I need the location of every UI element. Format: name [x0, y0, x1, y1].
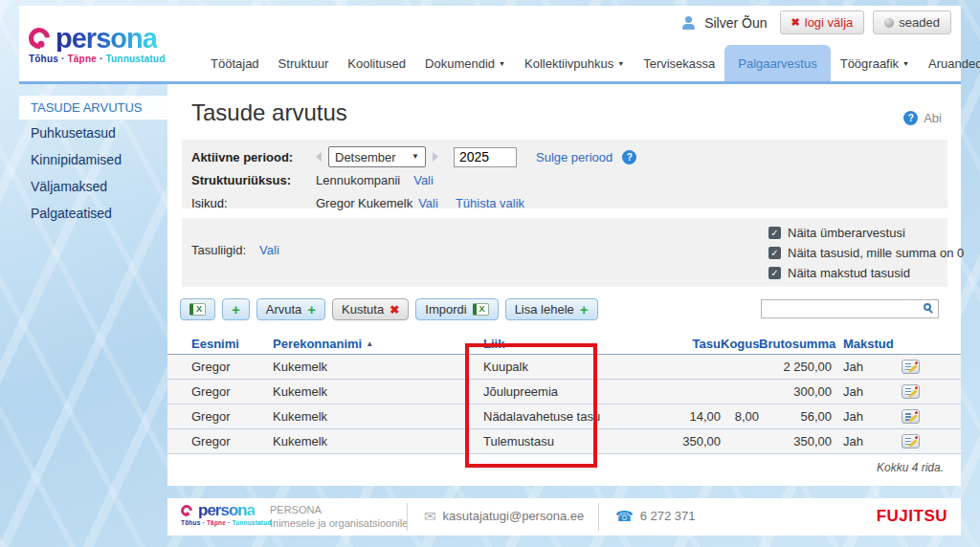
close-period-link[interactable]: Sulge periood	[536, 150, 612, 164]
impordi-button[interactable]: Impordi X	[415, 298, 498, 320]
checkbox-summa-null-label: Näita tasusid, mille summa on 0	[788, 246, 964, 260]
period-box: Aktiivne periood: Detsember ▼ Sulge peri…	[182, 140, 947, 208]
excel-icon: X	[473, 303, 489, 316]
plus-icon: +	[307, 302, 316, 317]
paytypes-choose-link[interactable]: Vali	[259, 243, 279, 257]
nav-dokumendid[interactable]: Dokumendid▼	[415, 45, 515, 81]
help-icon: ?	[903, 111, 918, 125]
footer-phone: ☎ 6 272 371	[615, 509, 696, 523]
sidebar-item-tasude-arvutus[interactable]: TASUDE ARVUTUS	[19, 96, 167, 120]
nav-aruanded[interactable]: Aruanded	[919, 45, 980, 81]
checkbox-umberarvestusi-label: Näita ümberarvestusi	[788, 226, 905, 240]
fujitsu-logo: FUJITSU	[877, 507, 947, 526]
edit-row-icon[interactable]	[902, 384, 920, 399]
persona-logo: persona Tõhus · Täpne · Tunnustatud	[29, 25, 191, 64]
period-help-icon[interactable]: ?	[622, 150, 636, 164]
nav-tootajad[interactable]: Töötajad	[201, 45, 269, 81]
add-row-button[interactable]: +	[222, 298, 250, 320]
persona-logo-icon	[25, 24, 55, 54]
chevron-down-icon: ▼	[902, 60, 909, 67]
delete-x-icon: ✖	[390, 304, 399, 316]
nav-toograafik[interactable]: Töögraafik▼	[831, 45, 919, 81]
footer-company: PERSONA Inimesele ja organisatsioonile	[270, 503, 408, 530]
excel-icon: X	[189, 303, 206, 316]
month-select-value: Detsember	[335, 150, 396, 164]
persons-label: Isikud:	[191, 196, 316, 210]
nav-koolitused[interactable]: Koolitused	[338, 45, 415, 81]
chevron-down-icon: ▼	[617, 60, 624, 67]
nav-struktuur[interactable]: Struktuur	[269, 45, 339, 81]
persona-logo-text: persona	[56, 25, 157, 52]
paytypes-label: Tasuliigid:	[191, 243, 246, 257]
checkbox-umberarvestusi[interactable]: ✓	[768, 227, 781, 239]
gear-icon	[884, 18, 894, 28]
nav-palgaarvestus[interactable]: Palgaarvestus	[724, 45, 830, 81]
table-toolbar: X + Arvuta + Kustuta ✖ Impordi X Lisa le…	[180, 298, 598, 320]
settings-button[interactable]: seaded	[873, 11, 951, 34]
arvuta-button[interactable]: Arvuta +	[256, 298, 325, 320]
col-brutosumma[interactable]: Brutosumma	[759, 337, 832, 351]
sidebar-item-palgateatised[interactable]: Palgateatised	[19, 200, 167, 227]
envelope-icon: ✉	[424, 509, 436, 523]
footer-divider	[407, 503, 408, 531]
lisa-lehele-button[interactable]: Lisa lehele +	[505, 298, 598, 320]
edit-row-icon[interactable]	[902, 434, 920, 449]
next-period-button[interactable]	[433, 152, 438, 162]
checkbox-summa-null[interactable]: ✓	[768, 247, 781, 259]
edit-row-icon[interactable]	[902, 409, 920, 424]
edit-row-icon[interactable]	[902, 360, 920, 374]
persons-clear-link[interactable]: Tühista valik	[456, 196, 524, 210]
select-arrow-icon: ▼	[412, 153, 419, 161]
col-makstud[interactable]: Makstud	[832, 337, 893, 351]
month-select[interactable]: Detsember ▼	[328, 146, 426, 167]
phone-icon: ☎	[615, 509, 634, 523]
col-tasu[interactable]: Tasu	[651, 337, 721, 351]
chevron-down-icon: ▼	[499, 60, 505, 67]
checkbox-makstud[interactable]: ✓	[768, 267, 781, 279]
top-bar: persona Tõhus · Täpne · Tunnustatud Silv…	[19, 6, 961, 84]
table-search	[761, 299, 939, 318]
user-name: Silver Õun	[704, 15, 767, 31]
main-nav: Töötajad Struktuur Koolitused Dokumendid…	[201, 45, 980, 81]
sidebar: TASUDE ARVUTUS Puhkusetasud Kinnipidamis…	[19, 84, 167, 227]
search-icon[interactable]	[924, 303, 931, 311]
search-input[interactable]	[764, 300, 917, 317]
logout-button[interactable]: ✖ logi välja	[780, 11, 865, 34]
prev-period-button[interactable]	[316, 152, 322, 162]
logout-x-icon: ✖	[791, 16, 800, 29]
sort-asc-icon: ▲	[366, 339, 373, 348]
footer-persona-logo: persona Tõhus · Täpne · Tunnustatud	[181, 503, 272, 526]
logo-tagline: Tõhus · Täpne · Tunnustatud	[29, 54, 191, 64]
sidebar-item-kinnipidamised[interactable]: Kinnipidamised	[19, 146, 167, 173]
plus-icon: +	[232, 302, 240, 317]
structure-label: Struktuuriüksus:	[191, 173, 316, 187]
options-box: Tasuliigid: Vali ✓ Näita ümberarvestusi …	[182, 218, 947, 287]
col-perekonnanimi[interactable]: Perekonnanimi ▲	[273, 337, 483, 351]
persons-choose-link[interactable]: Vali	[418, 196, 438, 210]
user-area: Silver Õun ✖ logi välja seaded	[681, 11, 951, 34]
nav-tervisekassa[interactable]: Tervisekassa	[634, 45, 724, 81]
checkbox-makstud-label: Näita makstud tasusid	[788, 266, 910, 280]
sidebar-item-valjamaksed[interactable]: Väljamaksed	[19, 173, 167, 200]
export-excel-button[interactable]: X	[180, 298, 215, 320]
sidebar-item-puhkusetasud[interactable]: Puhkusetasud	[19, 120, 167, 146]
persons-value: Gregor Kukemelk	[316, 196, 412, 210]
footer: persona Tõhus · Täpne · Tunnustatud PERS…	[167, 498, 961, 536]
nav-kollektiivpuhkus[interactable]: Kollektiivpuhkus▼	[515, 45, 634, 81]
annotation-red-box	[465, 343, 597, 468]
period-label: Aktiivne periood:	[191, 150, 316, 164]
year-input[interactable]	[454, 147, 517, 167]
app-screen: persona Tõhus · Täpne · Tunnustatud Silv…	[0, 0, 980, 547]
footer-email[interactable]: ✉ kasutajatugi@persona.ee	[424, 509, 584, 523]
col-eesnimi[interactable]: Eesnimi	[191, 337, 273, 351]
structure-value: Lennukompanii	[316, 173, 400, 187]
persona-logo-icon	[179, 503, 195, 519]
structure-choose-link[interactable]: Vali	[413, 173, 434, 187]
footer-divider	[598, 503, 599, 531]
user-icon	[681, 15, 696, 30]
help-link[interactable]: ? Abi	[903, 111, 942, 125]
table-summary: Kokku 4 rida.	[877, 461, 944, 474]
kustuta-button[interactable]: Kustuta ✖	[332, 298, 409, 320]
plus-icon: +	[580, 302, 589, 317]
col-kogus[interactable]: Kogus	[721, 337, 759, 351]
